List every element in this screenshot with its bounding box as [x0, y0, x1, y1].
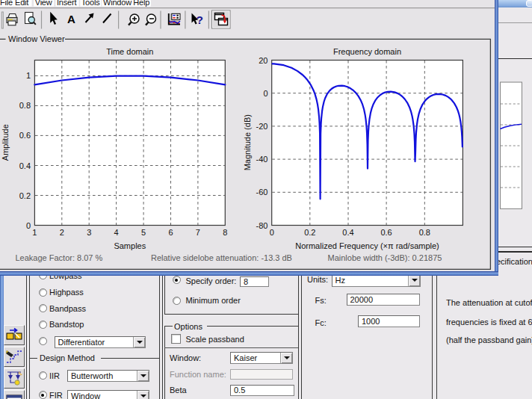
svg-text:?: ?	[197, 13, 203, 26]
svg-text:View: View	[35, 0, 52, 7]
svg-text:Amplitude: Amplitude	[1, 124, 10, 161]
svg-text:Insert: Insert	[57, 0, 76, 7]
svg-text:2: 2	[60, 228, 64, 237]
svg-text:1: 1	[26, 71, 31, 80]
svg-text:8: 8	[223, 228, 227, 237]
svg-text:File: File	[0, 0, 13, 7]
svg-text:Edit: Edit	[15, 0, 28, 7]
svg-text:0.2: 0.2	[19, 191, 31, 200]
svg-text:-80: -80	[256, 221, 268, 230]
svg-text:0.4: 0.4	[19, 161, 31, 170]
svg-text:Mainlobe width (-3dB): 0.21875: Mainlobe width (-3dB): 0.21875	[328, 253, 442, 262]
svg-text:Window Viewer: Window Viewer	[8, 34, 65, 43]
svg-text:-40: -40	[256, 155, 268, 164]
svg-text:Help: Help	[133, 0, 149, 7]
svg-text:Time domain: Time domain	[106, 47, 153, 56]
svg-text:20: 20	[259, 56, 267, 65]
svg-text:Leakage Factor: 8.07 %: Leakage Factor: 8.07 %	[16, 253, 103, 262]
svg-text:Normalized Frequency (×π rad/: Normalized Frequency (×π rad/sample)	[295, 241, 439, 250]
svg-text:4: 4	[114, 228, 119, 237]
svg-text:1: 1	[32, 228, 37, 237]
svg-text:0: 0	[263, 89, 267, 98]
svg-text:Relative sidelobe attenuation:: Relative sidelobe attenuation: -13.3 dB	[151, 253, 292, 262]
svg-text:0.8: 0.8	[419, 228, 430, 237]
svg-text:0: 0	[270, 228, 274, 237]
svg-text:0.2: 0.2	[304, 228, 315, 237]
svg-text:Frequency domain: Frequency domain	[333, 47, 401, 56]
svg-text:0.4: 0.4	[342, 228, 353, 237]
svg-text:A: A	[67, 13, 75, 25]
svg-text:5: 5	[141, 228, 146, 237]
svg-text:Samples: Samples	[114, 241, 146, 250]
svg-text:0.6: 0.6	[19, 131, 31, 140]
svg-text:7: 7	[196, 228, 200, 237]
svg-text:Tools: Tools	[81, 0, 100, 7]
svg-text:0.8: 0.8	[19, 101, 31, 110]
svg-text:0: 0	[26, 221, 31, 230]
svg-text:6: 6	[168, 228, 173, 237]
svg-text:-60: -60	[256, 188, 268, 197]
svg-text:Magnitude (dB): Magnitude (dB)	[244, 114, 253, 170]
svg-text:0.6: 0.6	[380, 228, 392, 237]
svg-text:-20: -20	[256, 122, 268, 131]
svg-text:Window: Window	[103, 0, 132, 7]
svg-text:3: 3	[87, 228, 91, 237]
